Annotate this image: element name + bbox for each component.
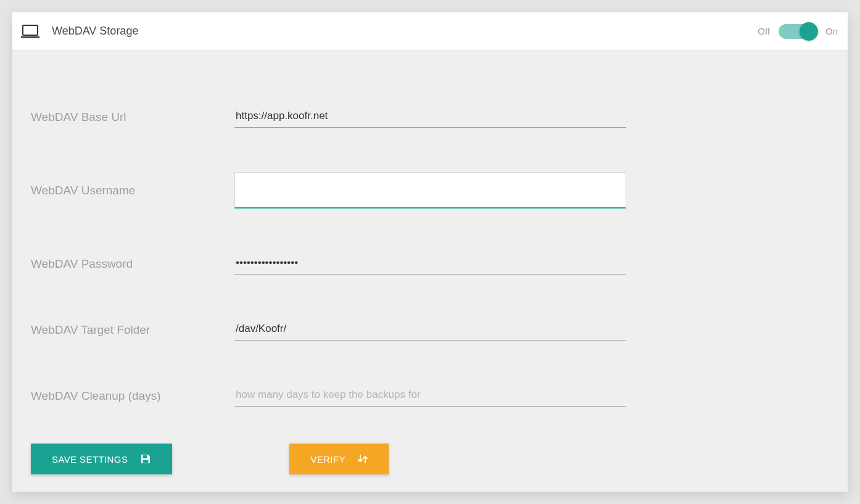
save-settings-button[interactable]: SAVE SETTINGS xyxy=(31,444,172,474)
target-folder-input[interactable] xyxy=(234,319,626,341)
toggle-on-label: On xyxy=(825,26,838,36)
row-target-folder: WebDAV Target Folder xyxy=(31,319,829,341)
actions-row: SAVE SETTINGS VERIFY xyxy=(31,444,829,474)
row-cleanup: WebDAV Cleanup (days) xyxy=(31,385,829,407)
svg-rect-3 xyxy=(143,460,149,463)
label-password: WebDAV Password xyxy=(31,257,234,271)
row-password: WebDAV Password xyxy=(31,253,829,275)
form-content: WebDAV Base Url WebDAV Username WebDAV P… xyxy=(12,51,848,492)
label-target-folder: WebDAV Target Folder xyxy=(31,323,234,337)
password-input[interactable] xyxy=(234,253,626,275)
page-title: WebDAV Storage xyxy=(52,25,138,38)
enable-toggle[interactable] xyxy=(779,24,817,39)
svg-rect-1 xyxy=(21,36,39,38)
label-cleanup: WebDAV Cleanup (days) xyxy=(31,389,234,403)
username-input[interactable] xyxy=(234,172,626,209)
cleanup-input[interactable] xyxy=(234,385,626,407)
svg-rect-0 xyxy=(23,25,38,35)
toggle-off-label: Off xyxy=(758,26,770,36)
toggle-knob xyxy=(800,22,818,41)
save-icon xyxy=(140,453,151,465)
label-base-url: WebDAV Base Url xyxy=(31,110,234,124)
swap-icon xyxy=(358,453,368,465)
svg-rect-2 xyxy=(143,455,147,458)
webdav-storage-card: WebDAV Storage Off On WebDAV Base Url We… xyxy=(12,12,848,492)
row-base-url: WebDAV Base Url xyxy=(31,106,829,128)
header-right: Off On xyxy=(758,24,838,39)
verify-button-label: VERIFY xyxy=(310,454,345,465)
laptop-icon xyxy=(21,25,39,38)
label-username: WebDAV Username xyxy=(31,184,234,197)
save-button-label: SAVE SETTINGS xyxy=(52,454,128,465)
card-header: WebDAV Storage Off On xyxy=(12,12,848,51)
header-left: WebDAV Storage xyxy=(21,25,138,38)
row-username: WebDAV Username xyxy=(31,172,829,209)
verify-button[interactable]: VERIFY xyxy=(289,444,389,474)
base-url-input[interactable] xyxy=(234,106,626,128)
